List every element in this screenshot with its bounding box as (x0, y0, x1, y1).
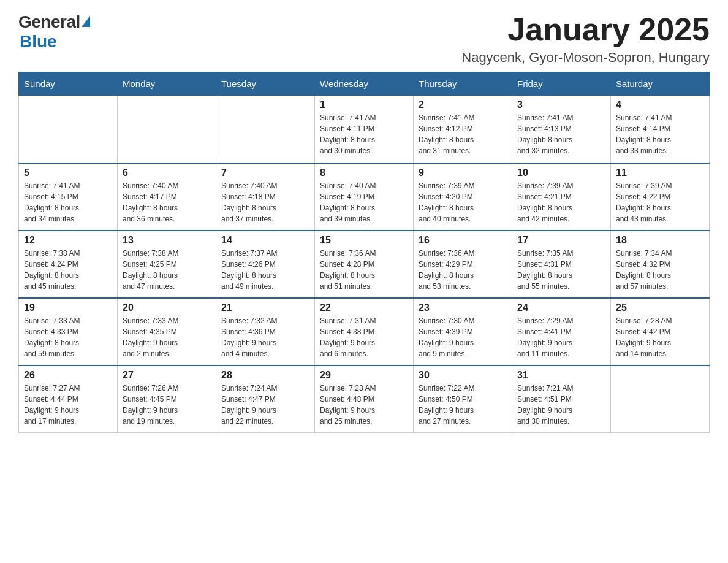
calendar-cell (216, 96, 315, 163)
calendar-header-row: SundayMondayTuesdayWednesdayThursdayFrid… (19, 72, 710, 96)
day-number: 25 (616, 302, 704, 313)
week-row-3: 12Sunrise: 7:38 AM Sunset: 4:24 PM Dayli… (19, 231, 710, 298)
week-row-4: 19Sunrise: 7:33 AM Sunset: 4:33 PM Dayli… (19, 298, 710, 366)
day-info: Sunrise: 7:40 AM Sunset: 4:18 PM Dayligh… (221, 180, 309, 224)
day-info: Sunrise: 7:37 AM Sunset: 4:26 PM Dayligh… (221, 248, 309, 292)
calendar-cell: 26Sunrise: 7:27 AM Sunset: 4:44 PM Dayli… (19, 366, 118, 433)
calendar-cell: 16Sunrise: 7:36 AM Sunset: 4:29 PM Dayli… (414, 231, 512, 298)
page-header: General Blue January 2025 Nagycenk, Gyor… (18, 12, 710, 66)
calendar-cell: 30Sunrise: 7:22 AM Sunset: 4:50 PM Dayli… (414, 366, 512, 433)
day-info: Sunrise: 7:27 AM Sunset: 4:44 PM Dayligh… (24, 383, 112, 427)
calendar-cell: 24Sunrise: 7:29 AM Sunset: 4:41 PM Dayli… (512, 298, 611, 366)
day-info: Sunrise: 7:39 AM Sunset: 4:20 PM Dayligh… (419, 180, 507, 224)
day-info: Sunrise: 7:41 AM Sunset: 4:15 PM Dayligh… (24, 180, 112, 224)
calendar-cell (118, 96, 216, 163)
calendar-cell: 14Sunrise: 7:37 AM Sunset: 4:26 PM Dayli… (216, 231, 315, 298)
month-title: January 2025 (461, 12, 710, 47)
calendar-cell: 18Sunrise: 7:34 AM Sunset: 4:32 PM Dayli… (611, 231, 710, 298)
calendar-cell: 1Sunrise: 7:41 AM Sunset: 4:11 PM Daylig… (315, 96, 414, 163)
calendar-cell: 6Sunrise: 7:40 AM Sunset: 4:17 PM Daylig… (118, 163, 216, 231)
weekday-header-wednesday: Wednesday (315, 72, 414, 96)
day-info: Sunrise: 7:41 AM Sunset: 4:13 PM Dayligh… (517, 112, 605, 156)
day-info: Sunrise: 7:23 AM Sunset: 4:48 PM Dayligh… (320, 383, 408, 427)
day-number: 2 (419, 99, 507, 110)
day-info: Sunrise: 7:36 AM Sunset: 4:28 PM Dayligh… (320, 248, 408, 292)
day-number: 1 (320, 99, 408, 110)
calendar-cell (611, 366, 710, 433)
week-row-1: 1Sunrise: 7:41 AM Sunset: 4:11 PM Daylig… (19, 96, 710, 163)
day-number: 7 (221, 167, 309, 178)
location-title: Nagycenk, Gyor-Moson-Sopron, Hungary (461, 50, 710, 66)
day-info: Sunrise: 7:36 AM Sunset: 4:29 PM Dayligh… (419, 248, 507, 292)
week-row-5: 26Sunrise: 7:27 AM Sunset: 4:44 PM Dayli… (19, 366, 710, 433)
day-info: Sunrise: 7:40 AM Sunset: 4:19 PM Dayligh… (320, 180, 408, 224)
calendar-cell: 13Sunrise: 7:38 AM Sunset: 4:25 PM Dayli… (118, 231, 216, 298)
logo: General Blue (18, 12, 90, 52)
day-number: 10 (517, 167, 605, 178)
day-info: Sunrise: 7:35 AM Sunset: 4:31 PM Dayligh… (517, 248, 605, 292)
day-number: 28 (221, 370, 309, 381)
day-info: Sunrise: 7:41 AM Sunset: 4:14 PM Dayligh… (616, 112, 704, 156)
day-number: 24 (517, 302, 605, 313)
day-number: 23 (419, 302, 507, 313)
day-info: Sunrise: 7:21 AM Sunset: 4:51 PM Dayligh… (517, 383, 605, 427)
calendar-cell: 11Sunrise: 7:39 AM Sunset: 4:22 PM Dayli… (611, 163, 710, 231)
calendar-cell: 31Sunrise: 7:21 AM Sunset: 4:51 PM Dayli… (512, 366, 611, 433)
calendar-cell: 3Sunrise: 7:41 AM Sunset: 4:13 PM Daylig… (512, 96, 611, 163)
logo-blue-text: Blue (20, 32, 57, 52)
calendar-cell (19, 96, 118, 163)
day-number: 31 (517, 370, 605, 381)
day-number: 26 (24, 370, 112, 381)
calendar-cell: 19Sunrise: 7:33 AM Sunset: 4:33 PM Dayli… (19, 298, 118, 366)
day-number: 8 (320, 167, 408, 178)
day-number: 21 (221, 302, 309, 313)
weekday-header-saturday: Saturday (611, 72, 710, 96)
day-number: 13 (123, 235, 211, 246)
day-number: 15 (320, 235, 408, 246)
day-info: Sunrise: 7:41 AM Sunset: 4:12 PM Dayligh… (419, 112, 507, 156)
calendar-cell: 17Sunrise: 7:35 AM Sunset: 4:31 PM Dayli… (512, 231, 611, 298)
day-number: 18 (616, 235, 704, 246)
day-info: Sunrise: 7:39 AM Sunset: 4:21 PM Dayligh… (517, 180, 605, 224)
day-number: 17 (517, 235, 605, 246)
day-info: Sunrise: 7:39 AM Sunset: 4:22 PM Dayligh… (616, 180, 704, 224)
calendar-cell: 7Sunrise: 7:40 AM Sunset: 4:18 PM Daylig… (216, 163, 315, 231)
calendar-cell: 27Sunrise: 7:26 AM Sunset: 4:45 PM Dayli… (118, 366, 216, 433)
calendar-cell: 2Sunrise: 7:41 AM Sunset: 4:12 PM Daylig… (414, 96, 512, 163)
calendar-cell: 12Sunrise: 7:38 AM Sunset: 4:24 PM Dayli… (19, 231, 118, 298)
day-info: Sunrise: 7:33 AM Sunset: 4:35 PM Dayligh… (123, 315, 211, 359)
day-number: 14 (221, 235, 309, 246)
day-number: 29 (320, 370, 408, 381)
week-row-2: 5Sunrise: 7:41 AM Sunset: 4:15 PM Daylig… (19, 163, 710, 231)
day-info: Sunrise: 7:30 AM Sunset: 4:39 PM Dayligh… (419, 315, 507, 359)
day-info: Sunrise: 7:40 AM Sunset: 4:17 PM Dayligh… (123, 180, 211, 224)
calendar-cell: 9Sunrise: 7:39 AM Sunset: 4:20 PM Daylig… (414, 163, 512, 231)
calendar-cell: 23Sunrise: 7:30 AM Sunset: 4:39 PM Dayli… (414, 298, 512, 366)
day-number: 6 (123, 167, 211, 178)
title-section: January 2025 Nagycenk, Gyor-Moson-Sopron… (461, 12, 710, 66)
day-info: Sunrise: 7:24 AM Sunset: 4:47 PM Dayligh… (221, 383, 309, 427)
day-number: 5 (24, 167, 112, 178)
weekday-header-friday: Friday (512, 72, 611, 96)
calendar-cell: 8Sunrise: 7:40 AM Sunset: 4:19 PM Daylig… (315, 163, 414, 231)
day-number: 30 (419, 370, 507, 381)
calendar-cell: 4Sunrise: 7:41 AM Sunset: 4:14 PM Daylig… (611, 96, 710, 163)
logo-triangle-icon (82, 16, 90, 27)
day-info: Sunrise: 7:28 AM Sunset: 4:42 PM Dayligh… (616, 315, 704, 359)
logo-general-text: General (18, 12, 80, 32)
calendar-cell: 25Sunrise: 7:28 AM Sunset: 4:42 PM Dayli… (611, 298, 710, 366)
calendar-cell: 15Sunrise: 7:36 AM Sunset: 4:28 PM Dayli… (315, 231, 414, 298)
day-number: 11 (616, 167, 704, 178)
calendar-cell: 21Sunrise: 7:32 AM Sunset: 4:36 PM Dayli… (216, 298, 315, 366)
day-info: Sunrise: 7:33 AM Sunset: 4:33 PM Dayligh… (24, 315, 112, 359)
day-info: Sunrise: 7:31 AM Sunset: 4:38 PM Dayligh… (320, 315, 408, 359)
day-info: Sunrise: 7:38 AM Sunset: 4:24 PM Dayligh… (24, 248, 112, 292)
calendar-cell: 22Sunrise: 7:31 AM Sunset: 4:38 PM Dayli… (315, 298, 414, 366)
day-info: Sunrise: 7:41 AM Sunset: 4:11 PM Dayligh… (320, 112, 408, 156)
calendar-cell: 28Sunrise: 7:24 AM Sunset: 4:47 PM Dayli… (216, 366, 315, 433)
weekday-header-thursday: Thursday (414, 72, 512, 96)
calendar-cell: 29Sunrise: 7:23 AM Sunset: 4:48 PM Dayli… (315, 366, 414, 433)
day-info: Sunrise: 7:38 AM Sunset: 4:25 PM Dayligh… (123, 248, 211, 292)
weekday-header-monday: Monday (118, 72, 216, 96)
day-info: Sunrise: 7:22 AM Sunset: 4:50 PM Dayligh… (419, 383, 507, 427)
